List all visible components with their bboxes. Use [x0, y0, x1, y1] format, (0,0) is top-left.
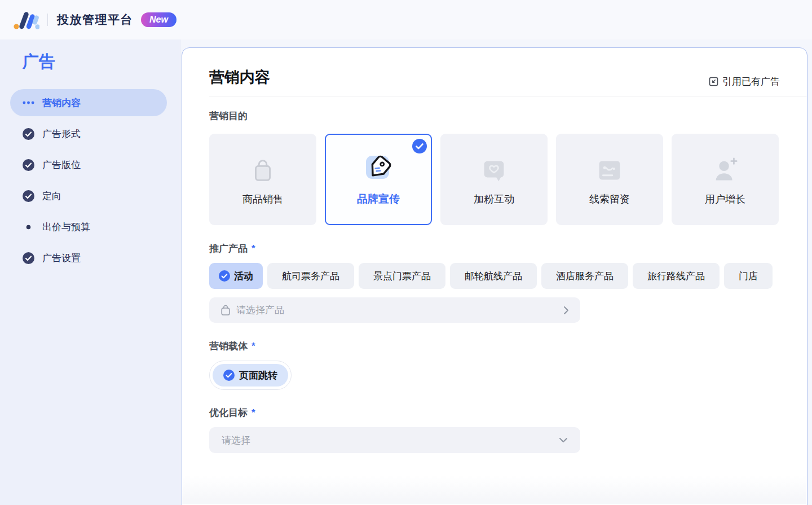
purpose-card-lead-generation[interactable]: 线索留资 — [556, 134, 663, 225]
app-title: 投放管理平台 — [57, 12, 133, 28]
product-chip-store[interactable]: 门店 — [724, 263, 773, 289]
ellipsis-icon — [23, 101, 34, 104]
reference-existing-ad-link[interactable]: 引用已有广告 — [708, 75, 780, 88]
sidebar-item-label: 营销内容 — [42, 96, 81, 109]
sidebar-title: 广告 — [23, 51, 180, 73]
purpose-card-label: 线索留资 — [589, 192, 630, 206]
sidebar-item-label: 定向 — [42, 190, 61, 203]
check-circle-icon — [23, 159, 34, 171]
purpose-cards: 商品销售 品牌宣传 — [209, 134, 780, 225]
user-plus-icon — [709, 153, 742, 188]
chevron-down-icon — [559, 437, 568, 443]
required-mark: * — [251, 407, 255, 419]
sidebar-item-label: 广告形式 — [42, 128, 81, 140]
goal-select[interactable]: 请选择 — [209, 427, 580, 453]
chat-heart-icon — [478, 153, 510, 188]
purpose-card-brand-promotion[interactable]: 品牌宣传 — [325, 134, 432, 225]
carrier-option-page-jump[interactable]: 页面跳转 — [209, 361, 292, 390]
chip-label: 航司票务产品 — [282, 270, 339, 283]
marketing-content-panel: 营销内容 引用已有广告 营销目的 商品 — [182, 47, 807, 505]
sidebar-item-marketing-content[interactable]: 营销内容 — [10, 89, 167, 116]
app-header: 投放管理平台 New — [0, 0, 812, 39]
sidebar-item-ad-format[interactable]: 广告形式 — [10, 120, 167, 147]
goal-label: 优化目标* — [209, 406, 780, 419]
purpose-card-label: 品牌宣传 — [357, 192, 400, 207]
selected-check-icon — [412, 139, 427, 153]
title-divider — [209, 96, 807, 96]
sidebar-item-bid-budget[interactable]: 出价与预算 — [10, 213, 167, 240]
sidebar-nav: 营销内容 广告形式 广告版位 定向 出价与预算 — [0, 89, 180, 271]
product-chip-airline-tickets[interactable]: 航司票务产品 — [267, 263, 354, 289]
sidebar-item-targeting[interactable]: 定向 — [10, 182, 167, 209]
product-chip-travel-routes[interactable]: 旅行路线产品 — [633, 263, 720, 289]
sidebar-item-label: 广告版位 — [42, 159, 81, 172]
required-mark: * — [251, 341, 255, 352]
product-picker-placeholder: 请选择产品 — [236, 304, 563, 317]
required-mark: * — [251, 243, 255, 254]
sidebar-item-label: 出价与预算 — [42, 221, 90, 234]
purpose-card-user-growth[interactable]: 用户增长 — [672, 134, 779, 225]
check-circle-icon — [23, 252, 34, 264]
purpose-card-fan-interaction[interactable]: 加粉互动 — [440, 134, 548, 225]
carrier-label: 营销载体* — [209, 340, 780, 353]
carrier-options: 页面跳转 — [209, 361, 780, 390]
chevron-right-icon — [563, 306, 569, 315]
chip-label: 门店 — [739, 270, 758, 283]
bag-icon — [220, 305, 231, 316]
sidebar-item-ad-settings[interactable]: 广告设置 — [10, 244, 167, 271]
dot-icon — [23, 221, 34, 233]
carrier-option-label: 页面跳转 — [239, 369, 277, 382]
app-logo-icon — [14, 9, 39, 30]
page-title: 营销内容 — [209, 67, 270, 87]
lead-form-icon — [593, 153, 626, 188]
check-circle-icon — [23, 128, 34, 140]
product-chip-hotel-services[interactable]: 酒店服务产品 — [541, 263, 628, 289]
purpose-card-product-sales[interactable]: 商品销售 — [209, 134, 316, 225]
goal-select-placeholder: 请选择 — [222, 434, 250, 447]
product-picker-input[interactable]: 请选择产品 — [209, 297, 580, 323]
purpose-card-label: 用户增长 — [705, 192, 745, 206]
product-chip-cruise-routes[interactable]: 邮轮航线产品 — [450, 263, 537, 289]
chip-label: 景点门票产品 — [373, 270, 431, 283]
product-chip-attraction-tickets[interactable]: 景点门票产品 — [359, 263, 445, 289]
sidebar-item-label: 广告设置 — [42, 252, 81, 265]
sidebar: 广告 营销内容 广告形式 广告版位 定向 — [0, 39, 180, 505]
price-tag-icon — [361, 152, 395, 187]
logo-divider — [47, 14, 48, 26]
check-circle-icon — [23, 190, 34, 202]
product-chip-activity[interactable]: 活动 — [209, 263, 263, 289]
reference-link-label: 引用已有广告 — [722, 75, 780, 88]
option-check-icon — [223, 370, 235, 381]
chip-label: 旅行路线产品 — [647, 270, 705, 283]
new-badge: New — [141, 12, 176, 27]
sidebar-item-ad-placement[interactable]: 广告版位 — [10, 151, 167, 178]
product-label: 推广产品* — [209, 242, 780, 255]
reference-icon — [708, 76, 719, 87]
content-area: 营销内容 引用已有广告 营销目的 商品 — [181, 39, 812, 505]
chip-label: 活动 — [234, 270, 253, 283]
product-chips: 活动 航司票务产品 景点门票产品 邮轮航线产品 酒店服务产品 旅行路线产品 门店 — [209, 263, 780, 289]
chip-label: 酒店服务产品 — [556, 270, 614, 283]
purpose-card-label: 商品销售 — [242, 192, 283, 206]
shopping-bag-icon — [246, 153, 279, 188]
chip-label: 邮轮航线产品 — [465, 270, 522, 283]
chip-check-icon — [219, 270, 230, 282]
purpose-card-label: 加粉互动 — [474, 192, 514, 206]
purpose-label: 营销目的 — [209, 109, 780, 122]
